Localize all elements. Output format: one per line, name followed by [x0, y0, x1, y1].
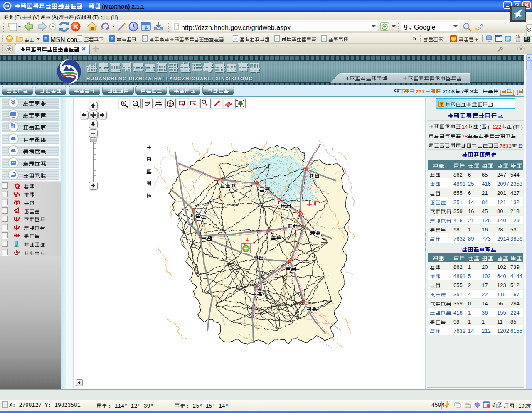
svg-text:?: ? — [158, 100, 160, 104]
svg-text:S: S — [169, 101, 171, 106]
